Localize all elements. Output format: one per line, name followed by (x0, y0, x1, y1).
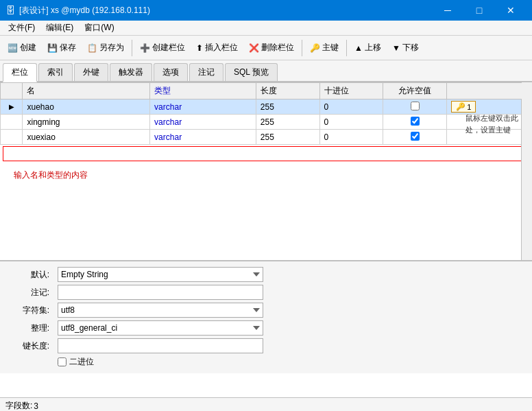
insert-field-icon: ⬆ (196, 43, 203, 53)
row-marker (1, 115, 23, 130)
col-header-decimal: 十进位 (319, 83, 383, 99)
create-icon: 🆕 (8, 43, 18, 53)
field-decimal[interactable]: 0 (319, 115, 383, 130)
window-controls: ─ □ ✕ (432, 0, 527, 21)
btn-move-up[interactable]: ▲ 上移 (350, 39, 386, 56)
keylen-input[interactable] (58, 338, 263, 353)
comment-label: 注记: (11, 287, 52, 298)
field-type[interactable]: varchar (150, 115, 256, 130)
new-row-input[interactable] (3, 146, 529, 161)
col-marker (1, 83, 23, 99)
up-icon: ▲ (354, 43, 363, 53)
tabs-bar: 栏位 索引 外键 触发器 选项 注记 SQL 预览 (0, 60, 532, 82)
btn-delete-field[interactable]: ❌ 删除栏位 (244, 39, 299, 56)
fields-table: 名 类型 长度 十进位 允许空值 ▶xuehaovarchar2550 🔑 1 … (0, 82, 532, 145)
menu-window[interactable]: 窗口(W) (79, 21, 119, 35)
default-select[interactable]: Empty String NULL (none) (58, 267, 263, 282)
row-marker: ▶ (1, 99, 23, 115)
field-nullable[interactable] (383, 115, 447, 130)
main-content: 名 类型 长度 十进位 允许空值 ▶xuehaovarchar2550 🔑 1 … (0, 82, 532, 397)
title-bar: 🗄 [表设计] xs @mydb (192.168.0.111) ─ □ ✕ (0, 0, 532, 21)
down-icon: ▼ (392, 43, 400, 53)
save-icon: 💾 (47, 43, 58, 53)
fields-count-label: 字段数: (5, 400, 32, 411)
collation-select[interactable]: utf8_general_ci utf8_unicode_ci utf8_bin (58, 320, 263, 336)
field-type[interactable]: varchar (150, 130, 256, 145)
toolbar: 🆕 创建 💾 保存 📋 另存为 ➕ 创建栏位 ⬆ 插入栏位 ❌ 删除栏位 🔑 主… (0, 36, 532, 60)
comment-input[interactable] (58, 285, 263, 300)
separator-1 (132, 40, 132, 56)
status-bar: 字段数: 3 (0, 397, 532, 411)
field-decimal[interactable]: 0 (319, 99, 383, 115)
binary-label: 二进位 (69, 356, 94, 368)
minimize-button[interactable]: ─ (432, 0, 463, 21)
annotation-area: 输入名和类型的内容 (0, 163, 532, 190)
tab-sql-preview[interactable]: SQL 预览 (225, 63, 278, 81)
menu-file[interactable]: 文件(F) (3, 21, 40, 35)
btn-save-as[interactable]: 📋 另存为 (82, 39, 129, 56)
key-icon: 🔑 (456, 102, 466, 111)
row-marker (1, 130, 23, 145)
separator-3 (346, 40, 347, 56)
field-type[interactable]: varchar (150, 99, 256, 115)
close-button[interactable]: ✕ (495, 0, 527, 21)
scrollbar[interactable] (521, 82, 532, 260)
input-hint: 输入名和类型的内容 (14, 170, 88, 180)
separator-2 (302, 40, 302, 56)
col-header-key (447, 83, 532, 99)
field-nullable[interactable] (383, 130, 447, 145)
table-row[interactable]: xingmingvarchar2550 (1, 115, 532, 130)
save-as-icon: 📋 (87, 43, 97, 53)
window-title: [表设计] xs @mydb (192.168.0.111) (19, 5, 150, 16)
btn-save[interactable]: 💾 保存 (43, 39, 81, 56)
menu-edit[interactable]: 编辑(E) (40, 21, 79, 35)
btn-add-field[interactable]: ➕ 创建栏位 (135, 39, 190, 56)
btn-move-down[interactable]: ▼ 下移 (387, 39, 424, 56)
field-length[interactable]: 255 (256, 99, 319, 115)
charset-select[interactable]: utf8 utf8mb4 latin1 (58, 303, 263, 318)
table-row[interactable]: xuexiaovarchar2550 (1, 130, 532, 145)
delete-field-icon: ❌ (249, 43, 259, 53)
key-annotation: 鼠标左键双击此 处，设置主键 (466, 113, 518, 135)
maximize-button[interactable]: □ (463, 0, 495, 21)
col-header-length: 长度 (256, 83, 319, 99)
col-header-name: 名 (23, 83, 150, 99)
fields-table-area[interactable]: 名 类型 长度 十进位 允许空值 ▶xuehaovarchar2550 🔑 1 … (0, 82, 532, 261)
field-name[interactable]: xuexiao (23, 130, 150, 145)
field-length[interactable]: 255 (256, 130, 319, 145)
col-header-nullable: 允许空值 (383, 83, 447, 99)
tab-triggers[interactable]: 触发器 (110, 63, 152, 81)
tab-options[interactable]: 选项 (154, 63, 188, 81)
tab-indexes[interactable]: 索引 (38, 63, 73, 81)
binary-row: 二进位 (58, 356, 263, 368)
tab-fields[interactable]: 栏位 (3, 63, 37, 82)
collation-label: 整理: (11, 322, 52, 334)
field-name[interactable]: xingming (23, 115, 150, 130)
field-length[interactable]: 255 (256, 115, 319, 130)
app-icon: 🗄 (5, 5, 15, 16)
field-nullable[interactable] (383, 99, 447, 115)
key-icon: 🔑 (310, 43, 320, 53)
btn-primary-key[interactable]: 🔑 主键 (305, 39, 343, 56)
tab-comments[interactable]: 注记 (189, 63, 223, 81)
fields-count-value: 3 (34, 401, 38, 411)
btn-create[interactable]: 🆕 创建 (3, 39, 41, 56)
charset-label: 字符集: (11, 305, 52, 316)
tab-foreign-keys[interactable]: 外键 (74, 63, 108, 81)
add-field-icon: ➕ (140, 43, 150, 53)
binary-checkbox[interactable] (58, 357, 66, 366)
field-decimal[interactable]: 0 (319, 130, 383, 145)
table-row[interactable]: ▶xuehaovarchar2550 🔑 1 (1, 99, 532, 115)
properties-panel: 默认: Empty String NULL (none) 注记: 字符集: ut… (0, 261, 532, 373)
default-label: 默认: (11, 269, 52, 281)
col-header-type: 类型 (150, 83, 256, 99)
menu-bar: 文件(F) 编辑(E) 窗口(W) (0, 21, 532, 36)
keylen-label: 键长度: (11, 340, 52, 352)
field-name[interactable]: xuehao (23, 99, 150, 115)
btn-insert-field[interactable]: ⬆ 插入栏位 (191, 39, 243, 56)
